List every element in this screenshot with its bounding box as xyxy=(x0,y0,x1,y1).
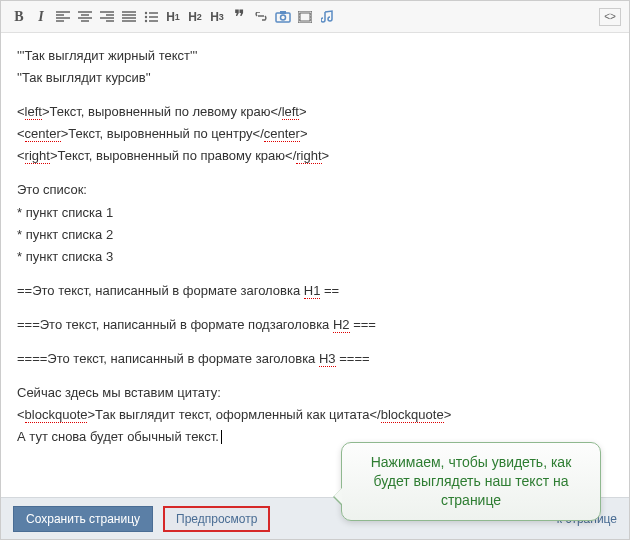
link-icon[interactable] xyxy=(251,7,271,27)
editor-line: <left>Текст, выровненный по левому краю<… xyxy=(17,101,613,123)
align-center-icon[interactable] xyxy=(75,7,95,27)
photo-icon[interactable] xyxy=(273,7,293,27)
editor-line: * пункт списка 1 xyxy=(17,202,613,224)
editor-line: <right>Текст, выровненный по правому кра… xyxy=(17,145,613,167)
svg-point-0 xyxy=(145,11,147,13)
h3-button[interactable]: H3 xyxy=(207,7,227,27)
editor-line: '''Так выглядит жирный текст''' xyxy=(17,45,613,67)
svg-point-4 xyxy=(281,15,286,20)
align-justify-icon[interactable] xyxy=(119,7,139,27)
callout-text: Нажимаем, чтобы увидеть, как будет выгля… xyxy=(371,454,572,508)
align-left-icon[interactable] xyxy=(53,7,73,27)
list-icon[interactable] xyxy=(141,7,161,27)
editor-line: Это список: xyxy=(17,179,613,201)
editor-line: ====Это текст, написанный в формате заго… xyxy=(17,348,613,370)
svg-rect-7 xyxy=(300,13,310,21)
editor-line: Сейчас здесь мы вставим цитату: xyxy=(17,382,613,404)
italic-button[interactable]: I xyxy=(31,7,51,27)
editor-line: ==Это текст, написанный в формате заголо… xyxy=(17,280,613,302)
h2-button[interactable]: H2 xyxy=(185,7,205,27)
video-icon[interactable] xyxy=(295,7,315,27)
align-right-icon[interactable] xyxy=(97,7,117,27)
editor-line: <blockquote>Так выглядит текст, оформлен… xyxy=(17,404,613,426)
editor-line: ===Это текст, написанный в формате подза… xyxy=(17,314,613,336)
editor-line: ''Так выглядит курсив'' xyxy=(17,67,613,89)
editor-area[interactable]: '''Так выглядит жирный текст''' ''Так вы… xyxy=(1,33,629,475)
text-cursor xyxy=(221,430,222,444)
toolbar: B I H1 H2 H3 ❞ <> xyxy=(1,1,629,33)
editor-line: * пункт списка 3 xyxy=(17,246,613,268)
svg-point-1 xyxy=(145,15,147,17)
code-toggle-button[interactable]: <> xyxy=(599,8,621,26)
tooltip-callout: Нажимаем, чтобы увидеть, как будет выгля… xyxy=(341,442,601,521)
quote-button[interactable]: ❞ xyxy=(229,7,249,27)
editor-line: <center>Текст, выровненный по центру</ce… xyxy=(17,123,613,145)
preview-button[interactable]: Предпросмотр xyxy=(163,506,270,532)
bold-button[interactable]: B xyxy=(9,7,29,27)
svg-point-2 xyxy=(145,19,147,21)
h1-button[interactable]: H1 xyxy=(163,7,183,27)
svg-rect-5 xyxy=(280,11,286,14)
save-button[interactable]: Сохранить страницу xyxy=(13,506,153,532)
editor-line: * пункт списка 2 xyxy=(17,224,613,246)
audio-icon[interactable] xyxy=(317,7,337,27)
